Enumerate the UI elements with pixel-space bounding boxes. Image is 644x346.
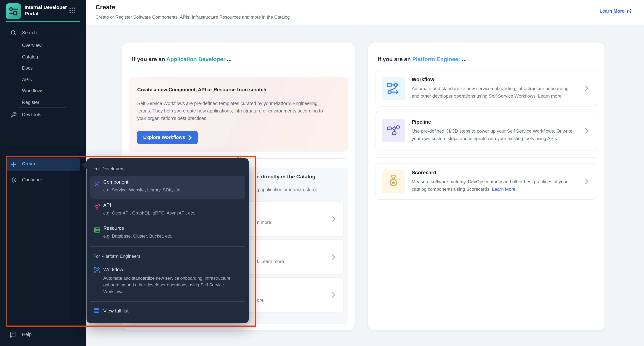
- workflow-desc-2: and other developer operations using Sel…: [412, 92, 568, 100]
- platform-engineer-card: If you are an Platform Engineer ... Work…: [368, 42, 605, 331]
- divider: [90, 301, 245, 302]
- learn-more-link[interactable]: Learn More: [600, 8, 632, 14]
- for-developers-label: For Developers: [93, 166, 124, 171]
- sidebar-item-devtools[interactable]: DevTools: [22, 111, 41, 118]
- create-popup-menu: For Developers Component e.g. Service, W…: [86, 158, 249, 323]
- sidebar-item-search[interactable]: Search: [22, 29, 37, 36]
- page-header: Create Create or Register Software Compo…: [86, 0, 644, 25]
- resource-subtitle: e.g. Database, Cluster, Bucket, etc.: [103, 233, 172, 239]
- chevron-right-icon: [188, 135, 192, 140]
- divider: [18, 107, 66, 108]
- page-subtitle: Create or Register Software Components, …: [96, 14, 290, 20]
- search-icon: [10, 30, 17, 38]
- plus-icon: [11, 162, 16, 167]
- platform-card-heading: If you are an Platform Engineer ...: [378, 56, 467, 62]
- popup-caret: [82, 161, 86, 169]
- for-platform-engineers-label: For Platform Engineers: [93, 254, 140, 259]
- workflow-desc-1: Automate and standardize new service onb…: [412, 85, 568, 92]
- pipeline-row[interactable]: Pipeline Use pre-defined CI/CD steps to …: [376, 111, 597, 151]
- pipeline-title: Pipeline: [412, 119, 572, 125]
- resource-icon: [94, 227, 100, 233]
- apps-grid-icon[interactable]: [69, 7, 76, 15]
- workflow-icon: [387, 82, 400, 95]
- divider: [6, 148, 80, 148]
- workflow-title: Workflow: [412, 77, 568, 82]
- internal-developer-portal: Internal Developer Portal Search Overvie…: [0, 0, 644, 346]
- list-icon: [94, 308, 100, 313]
- popup-item-component[interactable]: Component e.g. Service, Website, Library…: [90, 176, 245, 199]
- pipeline-desc-2: your own custom steps and integrate with…: [412, 135, 572, 142]
- scorecard-row[interactable]: Scorecard Measure software maturity. Dev…: [376, 163, 597, 200]
- chevron-right-icon: [332, 216, 335, 222]
- divider: [18, 39, 66, 39]
- resource-title: Resource: [103, 225, 124, 231]
- scorecard-desc-2: catalog components using Scorecards. Lea…: [412, 185, 568, 193]
- view-full-list-item[interactable]: View full list: [90, 305, 245, 317]
- sidebar-item-overview[interactable]: Overview: [22, 42, 42, 49]
- scratch-description: Self Service Workflows are pre-defined t…: [137, 100, 323, 122]
- popup-item-api[interactable]: API e.g. OpenAPI, GraphQL, gRPC, AsyncAP…: [90, 199, 245, 222]
- platform-engineer-highlight: Platform Engineer: [412, 56, 460, 62]
- sidebar-item-apis[interactable]: APIs: [22, 76, 32, 83]
- sidebar-item-configure[interactable]: Configure: [22, 176, 42, 183]
- chevron-right-icon: [332, 292, 335, 298]
- gear-icon: [10, 176, 17, 185]
- scorecard-learn-more-link[interactable]: Learn More: [492, 186, 516, 192]
- api-title: API: [103, 202, 111, 208]
- popup-workflow-title: Workflow: [103, 267, 123, 272]
- view-full-list-label: View full list: [103, 308, 128, 314]
- chevron-right-icon: [585, 86, 588, 91]
- sidebar-item-docs[interactable]: Docs: [22, 65, 33, 71]
- workflow-icon: [94, 267, 101, 273]
- scorecard-iconbox: [382, 170, 405, 193]
- popup-item-resource[interactable]: Resource e.g. Database, Cluster, Bucket,…: [90, 222, 245, 245]
- sidebar-item-register[interactable]: Register: [22, 99, 39, 106]
- scorecard-medal-icon: [387, 175, 400, 188]
- catalog-subtitle-fragment: g application or infrastructure.: [256, 187, 317, 192]
- sidebar: Internal Developer Portal Search Overvie…: [0, 0, 86, 346]
- popup-workflow-description: Automate and standardize new service onb…: [103, 275, 230, 295]
- learn-more-label: Learn More: [600, 8, 624, 14]
- chevron-right-icon: [585, 128, 588, 133]
- logo-glyph-icon: [7, 5, 20, 17]
- external-link-icon: [627, 9, 632, 13]
- svg-text:?: ?: [12, 332, 14, 336]
- component-gear-icon: [94, 181, 100, 187]
- or-divider-right: [247, 158, 345, 159]
- divider: [90, 246, 245, 247]
- register-row-1-fragment: n more: [257, 220, 271, 225]
- pipeline-iconbox: [382, 119, 405, 142]
- pipeline-desc-1: Use pre-defined CI/CD steps to power up …: [412, 127, 572, 135]
- register-row-3-fragment: ore: [257, 298, 264, 303]
- catalog-heading-fragment: e directly in the Catalog: [256, 173, 316, 179]
- divider: [376, 157, 597, 158]
- api-icon: [94, 204, 100, 210]
- pipeline-icon: [387, 124, 400, 137]
- sidebar-item-workflows[interactable]: Workflows: [22, 88, 44, 94]
- sidebar-item-create[interactable]: Create: [6, 158, 80, 171]
- scratch-title: Create a new Component, API or Resource …: [137, 87, 266, 92]
- developer-card-heading: If you are an Application Developer ...: [132, 56, 232, 62]
- component-title: Component: [103, 179, 128, 185]
- help-chat-icon: ?: [10, 331, 17, 340]
- wrench-icon: [10, 112, 17, 120]
- api-subtitle: e.g. OpenAPI, GraphQL, gRPC, AsyncAPI, e…: [103, 210, 195, 216]
- explore-workflows-button[interactable]: Explore Workflows: [137, 131, 198, 144]
- sidebar-item-create-label: Create: [22, 161, 36, 167]
- register-row-2-fragment: l. Learn more: [257, 259, 284, 264]
- chevron-right-icon: [332, 254, 335, 260]
- chevron-right-icon: [585, 179, 588, 184]
- app-logo: [6, 3, 21, 19]
- app-title: Internal Developer Portal: [24, 4, 68, 17]
- create-from-scratch-panel: Create a new Component, API or Resource …: [129, 77, 348, 152]
- scorecard-title: Scorecard: [412, 170, 568, 175]
- sidebar-accent-divider: [6, 21, 80, 22]
- page-title: Create: [96, 4, 115, 11]
- component-subtitle: e.g. Service, Website, Library, SDK, etc…: [103, 187, 182, 192]
- workflow-iconbox: [382, 77, 405, 100]
- workflow-row[interactable]: Workflow Automate and standardize new se…: [376, 70, 597, 107]
- sidebar-item-help[interactable]: Help: [22, 331, 32, 338]
- application-developer-highlight: Application Developer: [166, 56, 226, 62]
- sidebar-item-catalog[interactable]: Catalog: [22, 54, 38, 60]
- scorecard-desc-1: Measure software maturity. DevOps maturi…: [412, 178, 568, 185]
